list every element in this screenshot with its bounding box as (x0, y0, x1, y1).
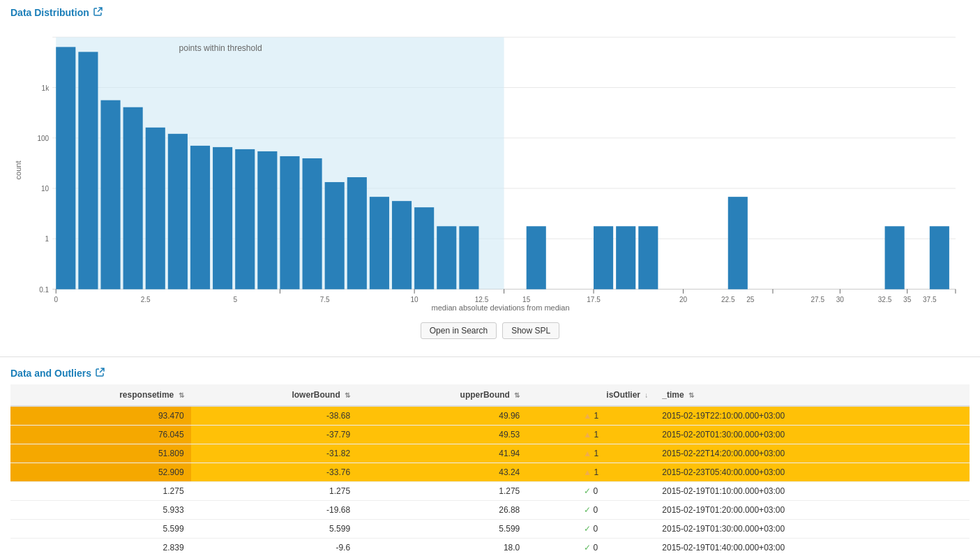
svg-rect-37 (638, 226, 658, 289)
show-spl-button[interactable]: Show SPL (502, 322, 559, 339)
svg-rect-22 (213, 147, 232, 290)
svg-rect-26 (303, 158, 322, 290)
svg-text:7.5: 7.5 (320, 296, 330, 303)
svg-rect-35 (594, 226, 613, 289)
cell-isoutlier: ✓ 0 (527, 482, 655, 501)
chart-external-link-icon[interactable] (93, 7, 103, 18)
svg-rect-23 (235, 149, 255, 290)
cell-time: 2015-02-20T01:30:00.000+03:00 (655, 426, 970, 444)
svg-text:10: 10 (411, 296, 419, 303)
svg-text:count: count (14, 161, 22, 180)
svg-text:30: 30 (836, 296, 845, 303)
table-row: 5.933-19.6826.88✓ 02015-02-19T01:20:00.0… (10, 501, 970, 520)
cell-responsetime: 76.045 (10, 426, 191, 444)
svg-rect-16 (78, 52, 98, 289)
chart-title-bar: Data Distribution (10, 7, 970, 18)
cell-responsetime: 5.599 (10, 520, 191, 539)
cell-lowerBound: -33.76 (191, 463, 358, 482)
table-row: 93.470-38.6849.96▲ 12015-02-19T22:10:00.… (10, 406, 970, 426)
svg-text:median absolute deviations fro: median absolute deviations from median (432, 303, 570, 312)
cell-time: 2015-02-23T05:40:00.000+03:00 (655, 463, 970, 482)
cell-lowerBound: -37.79 (191, 426, 358, 444)
svg-text:22.5: 22.5 (721, 296, 735, 303)
table-external-link-icon[interactable] (96, 368, 105, 379)
cell-upperBound: 41.94 (357, 444, 527, 463)
svg-text:37.5: 37.5 (923, 296, 937, 303)
cell-time: 2015-02-19T01:40:00.000+03:00 (655, 539, 970, 557)
chart-title: Data Distribution (10, 7, 89, 18)
svg-text:32.5: 32.5 (878, 296, 892, 303)
svg-rect-15 (56, 47, 75, 289)
cell-upperBound: 49.96 (357, 406, 527, 426)
svg-text:35: 35 (903, 296, 912, 303)
cell-isoutlier: ▲ 1 (527, 406, 655, 426)
col-header-lowerbound[interactable]: lowerBound ⇅ (191, 384, 358, 406)
cell-responsetime: 5.933 (10, 501, 191, 520)
cell-time: 2015-02-19T01:30:00.000+03:00 (655, 520, 970, 539)
svg-rect-18 (123, 107, 143, 290)
svg-text:1k: 1k (42, 84, 50, 92)
svg-text:17.5: 17.5 (587, 296, 601, 303)
table-header-row: responsetime ⇅ lowerBound ⇅ upperBound ⇅… (10, 384, 970, 406)
svg-rect-36 (616, 226, 635, 289)
cell-lowerBound: 5.599 (191, 520, 358, 539)
cell-lowerBound: -9.6 (191, 539, 358, 557)
check-icon: ✓ (584, 505, 591, 515)
svg-text:12.5: 12.5 (475, 296, 489, 303)
cell-responsetime: 1.275 (10, 482, 191, 501)
svg-rect-33 (459, 226, 478, 289)
svg-rect-38 (728, 197, 748, 289)
check-icon: ✓ (584, 486, 591, 496)
table-row: 76.045-37.7949.53▲ 12015-02-20T01:30:00.… (10, 426, 970, 444)
chart-section: Data Distribution count 0.1 1 10 100 (0, 0, 980, 353)
cell-time: 2015-02-19T22:10:00.000+03:00 (655, 406, 970, 426)
check-icon: ✓ (584, 524, 591, 534)
cell-responsetime: 2.839 (10, 539, 191, 557)
cell-lowerBound: -31.82 (191, 444, 358, 463)
table-row: 51.809-31.8241.94▲ 12015-02-22T14:20:00.… (10, 444, 970, 463)
col-header-responsetime[interactable]: responsetime ⇅ (10, 384, 191, 406)
svg-text:points within threshold: points within threshold (179, 43, 262, 53)
cell-upperBound: 1.275 (357, 482, 527, 501)
svg-text:100: 100 (37, 135, 49, 142)
svg-text:27.5: 27.5 (811, 296, 824, 303)
cell-upperBound: 5.599 (357, 520, 527, 539)
svg-rect-17 (100, 100, 120, 290)
svg-rect-32 (437, 226, 456, 289)
open-in-search-button[interactable]: Open in Search (421, 322, 497, 339)
cell-isoutlier: ▲ 1 (527, 444, 655, 463)
col-header-isoutlier[interactable]: isOutlier ↓ (527, 384, 655, 406)
table-title-bar: Data and Outliers (10, 368, 970, 379)
svg-text:0: 0 (54, 296, 58, 303)
svg-text:5: 5 (233, 296, 237, 303)
svg-rect-28 (347, 177, 367, 290)
svg-rect-30 (392, 201, 412, 289)
cell-isoutlier: ▲ 1 (527, 463, 655, 482)
cell-isoutlier: ✓ 0 (527, 520, 655, 539)
cell-lowerBound: 1.275 (191, 482, 358, 501)
cell-lowerBound: -38.68 (191, 406, 358, 426)
svg-rect-31 (414, 207, 434, 289)
warning-icon: ▲ (583, 411, 591, 421)
table-section: Data and Outliers responsetime ⇅ lowerBo… (0, 361, 980, 556)
check-icon: ✓ (584, 543, 591, 553)
cell-isoutlier: ✓ 0 (527, 539, 655, 557)
svg-text:10: 10 (41, 185, 50, 193)
svg-rect-21 (190, 146, 210, 290)
cell-responsetime: 93.470 (10, 406, 191, 426)
table-row: 1.2751.2751.275✓ 02015-02-19T01:10:00.00… (10, 482, 970, 501)
histogram-chart: count 0.1 1 10 100 1k points within thre… (10, 24, 970, 317)
warning-icon: ▲ (583, 467, 591, 477)
cell-upperBound: 26.88 (357, 501, 527, 520)
svg-rect-34 (527, 226, 546, 289)
svg-rect-29 (370, 197, 389, 289)
svg-rect-39 (885, 226, 905, 289)
svg-text:20: 20 (679, 296, 688, 303)
cell-time: 2015-02-19T01:10:00.000+03:00 (655, 482, 970, 501)
col-header-upperbound[interactable]: upperBound ⇅ (357, 384, 527, 406)
svg-text:0.1: 0.1 (39, 286, 49, 294)
table-title: Data and Outliers (10, 368, 91, 379)
cell-responsetime: 52.909 (10, 463, 191, 482)
col-header-time[interactable]: _time ⇅ (655, 384, 970, 406)
svg-text:2.5: 2.5 (141, 296, 151, 303)
